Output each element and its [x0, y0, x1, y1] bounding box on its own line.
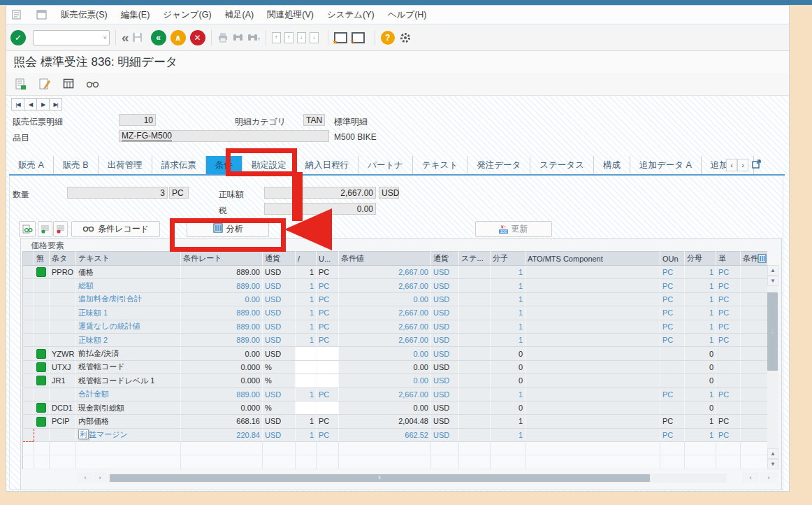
horizontal-scrollbar-thumb[interactable]: ⦀ — [110, 474, 650, 482]
cell-ctype[interactable] — [50, 333, 76, 346]
cell-oun[interactable]: PC — [660, 415, 685, 428]
cell-uom[interactable]: PC — [317, 387, 339, 401]
cell-uom[interactable] — [317, 347, 339, 360]
cell-ato[interactable] — [525, 415, 660, 428]
tab-3[interactable]: 請求伝票 — [152, 156, 206, 174]
pricing-row-5[interactable]: 正味額 2889.00USD1PC2,667.00USD1PC1PC — [23, 333, 768, 346]
cell-unit[interactable]: PC — [716, 320, 741, 333]
cell-sel[interactable] — [23, 360, 34, 374]
cell-ato[interactable] — [525, 306, 660, 320]
cell-val[interactable]: 2,004.48 — [339, 415, 431, 428]
cell-cur2[interactable]: USD — [431, 333, 459, 346]
cell-cur[interactable]: USD — [263, 387, 296, 401]
cell-cur[interactable]: USD — [263, 428, 296, 441]
cell-rate[interactable]: 889.00 — [181, 320, 263, 333]
cell-sel[interactable] — [23, 428, 34, 441]
cell-cur2[interactable]: USD — [431, 428, 459, 441]
cell-oun[interactable]: PC — [660, 333, 685, 346]
cell-text[interactable]: 合計金額 — [76, 387, 181, 401]
pricing-row-11[interactable]: PCIP内部価格668.16USD1PC2,004.48USD1PC1PC — [23, 415, 768, 428]
menu-item-1[interactable]: 編集(E) — [121, 9, 150, 21]
cell-led[interactable] — [34, 374, 50, 387]
cell-cur[interactable]: % — [263, 360, 296, 374]
cell-val2[interactable] — [741, 306, 768, 320]
insert-row-button[interactable] — [38, 221, 52, 237]
help-icon[interactable]: ? — [381, 31, 395, 45]
cell-ste[interactable] — [459, 401, 491, 414]
col-header-den[interactable]: 分母 — [685, 252, 716, 266]
cell-rate[interactable]: 889.00 — [181, 333, 263, 346]
continue-check-icon[interactable]: ✓ — [10, 30, 26, 45]
tab-9[interactable]: 発注データ — [467, 156, 530, 174]
col-header-cur[interactable]: 通貨 — [263, 252, 296, 266]
cell-ctype[interactable] — [50, 387, 76, 401]
item-category-field[interactable]: TAN — [303, 114, 325, 126]
cell-unit[interactable] — [716, 360, 741, 374]
cell-sel[interactable] — [23, 279, 34, 292]
print-icon[interactable] — [217, 32, 229, 43]
cell-rate[interactable]: 889.00 — [181, 266, 263, 279]
cell-unit[interactable]: PC — [716, 428, 741, 441]
cell-den[interactable]: 0 — [685, 374, 716, 387]
tab-1[interactable]: 販売 B — [54, 156, 99, 174]
cell-uom[interactable] — [317, 401, 339, 414]
cell-sel[interactable] — [23, 306, 34, 320]
menu-item-0[interactable]: 販売伝票(S) — [61, 9, 108, 21]
cell-ctype[interactable] — [50, 428, 76, 441]
cell-num[interactable]: 1 — [491, 415, 525, 428]
col-header-sel[interactable] — [23, 252, 34, 266]
pricing-row-7[interactable]: UTXJ税管轄コード0.000%0.00USD00 — [23, 360, 768, 374]
cell-text[interactable]: 正味額 1 — [76, 306, 181, 320]
cell-text[interactable]: 価格 — [76, 266, 181, 279]
cell-per[interactable] — [296, 401, 317, 414]
cell-num[interactable]: 1 — [491, 306, 525, 320]
pricing-row-4[interactable]: 運賃なしの統計値889.00USD1PC2,667.00USD1PC1PC — [23, 320, 768, 333]
cell-per[interactable]: 1 — [296, 292, 317, 306]
scroll-left-right-pane-icon[interactable]: ‹ — [742, 472, 759, 483]
cell-ato[interactable] — [525, 333, 660, 346]
cell-ste[interactable] — [459, 306, 491, 320]
cell-val[interactable]: 0.00 — [339, 401, 431, 414]
cell-val2[interactable] — [741, 415, 768, 428]
col-header-ctype[interactable]: 条タ — [50, 252, 76, 266]
cell-cur2[interactable]: USD — [431, 266, 459, 279]
scroll-left-icon[interactable]: ‹ — [78, 472, 92, 483]
cell-den[interactable]: 1 — [685, 320, 716, 333]
cell-per[interactable] — [296, 374, 317, 387]
table-settings-icon[interactable] — [757, 254, 767, 264]
cell-num[interactable]: 1 — [491, 292, 525, 306]
cell-rate[interactable]: 220.84 — [181, 428, 263, 441]
cell-per[interactable]: 1 — [296, 333, 317, 346]
menu-item-5[interactable]: システム(Y) — [327, 9, 375, 21]
tab-11[interactable]: 構成 — [594, 156, 630, 174]
cell-text[interactable]: 税管轄コードレベル 1 — [76, 374, 181, 387]
cell-ctype[interactable]: DCD1 — [50, 401, 76, 414]
cell-text[interactable]: 正味額 2 — [76, 333, 181, 346]
cell-cur2[interactable]: USD — [431, 292, 459, 306]
cell-led[interactable] — [34, 415, 50, 428]
tab-expand-icon[interactable] — [751, 159, 762, 172]
cell-per[interactable] — [296, 360, 317, 374]
cell-sel[interactable] — [23, 292, 34, 306]
cell-val[interactable]: 2,667.00 — [339, 333, 431, 346]
find-next-icon[interactable]: + — [247, 33, 260, 42]
cell-led[interactable] — [34, 360, 50, 374]
cell-val[interactable]: 2,667.00 — [339, 266, 431, 279]
command-field[interactable]: ˅ — [33, 30, 110, 45]
cell-unit[interactable]: PC — [716, 387, 741, 401]
tab-0[interactable]: 販売 A — [9, 156, 54, 174]
save-icon[interactable] — [132, 32, 143, 43]
cell-uom[interactable]: PC — [317, 415, 339, 428]
cell-cur2[interactable]: USD — [431, 347, 459, 360]
cell-val[interactable]: 0.00 — [339, 347, 431, 360]
col-header-val[interactable]: 条件値 — [339, 252, 431, 266]
cell-led[interactable] — [34, 387, 50, 401]
cell-sel[interactable] — [23, 401, 34, 414]
cell-ato[interactable] — [525, 401, 660, 414]
cell-val[interactable]: 2,667.00 — [339, 279, 431, 292]
cell-uom[interactable]: PC — [317, 333, 339, 346]
update-button[interactable]: ¥↑100 更新 — [475, 221, 552, 237]
tab-2[interactable]: 出荷管理 — [99, 156, 152, 174]
col-header-oun[interactable]: OUn — [660, 252, 685, 266]
cell-den[interactable]: 1 — [685, 428, 716, 441]
